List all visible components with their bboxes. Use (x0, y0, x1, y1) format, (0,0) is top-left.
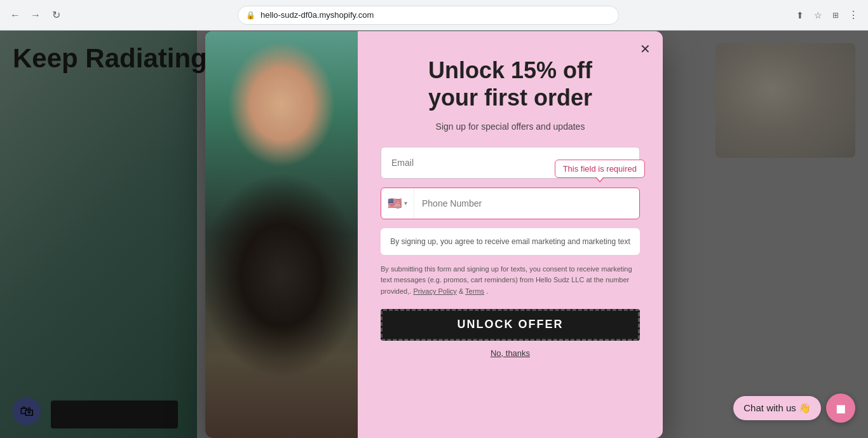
close-button[interactable]: ✕ (636, 40, 654, 58)
person-figure (205, 31, 358, 438)
reload-button[interactable]: ↻ (48, 8, 64, 23)
modal-title: Unlock 15% off your first order (381, 57, 640, 111)
popup-modal: ✕ Unlock 15% off your first order Sign u… (205, 31, 663, 438)
phone-input[interactable] (414, 198, 639, 209)
share-icon[interactable]: ⬆ (793, 8, 807, 22)
chat-bubble[interactable]: Chat with us 👋 (733, 396, 821, 420)
phone-country-selector[interactable]: 🇺🇸 ▾ (381, 188, 414, 219)
menu-icon[interactable]: ⋮ (846, 8, 860, 22)
modal-content-panel: ✕ Unlock 15% off your first order Sign u… (358, 31, 663, 438)
unlock-offer-button[interactable]: Unlock Offer (381, 309, 640, 341)
page-background: Keep Radiating Welc... passionate touch.… (0, 31, 868, 438)
chat-button[interactable]: ◼ (826, 394, 855, 423)
modal-subtitle: Sign up for special offers and updates (381, 121, 640, 132)
chat-icon: ◼ (836, 400, 846, 416)
terms-link[interactable]: Terms (465, 287, 484, 295)
bookmark-icon[interactable]: ☆ (811, 8, 825, 22)
chevron-down-icon: ▾ (404, 200, 407, 207)
privacy-policy-link[interactable]: Privacy Policy (413, 287, 456, 295)
legal-text: By submitting this form and signing up f… (381, 264, 640, 298)
browser-chrome: ← → ↻ 🔒 hello-sudz-df0a.myshopify.com ⬆ … (0, 0, 868, 31)
error-tooltip: This field is required (555, 160, 645, 178)
back-button[interactable]: ← (8, 8, 23, 23)
modal-image-panel (205, 31, 358, 438)
phone-input-row: 🇺🇸 ▾ (381, 188, 640, 219)
no-thanks-link[interactable]: No, thanks (381, 348, 640, 358)
extension-icon[interactable]: ⊞ (829, 8, 843, 22)
chat-label: Chat with us 👋 (743, 402, 811, 414)
address-bar[interactable]: 🔒 hello-sudz-df0a.myshopify.com (238, 6, 619, 25)
lock-icon: 🔒 (246, 11, 255, 20)
phone-field-container: This field is required 🇺🇸 ▾ (381, 188, 640, 219)
browser-actions: ⬆ ☆ ⊞ ⋮ (793, 8, 860, 22)
chat-widget: Chat with us 👋 ◼ (733, 394, 855, 423)
consent-box: By signing up, you agree to receive emai… (381, 228, 640, 255)
url-text: hello-sudz-df0a.myshopify.com (261, 10, 374, 20)
forward-button[interactable]: → (28, 8, 43, 23)
flag-emoji: 🇺🇸 (388, 196, 402, 210)
